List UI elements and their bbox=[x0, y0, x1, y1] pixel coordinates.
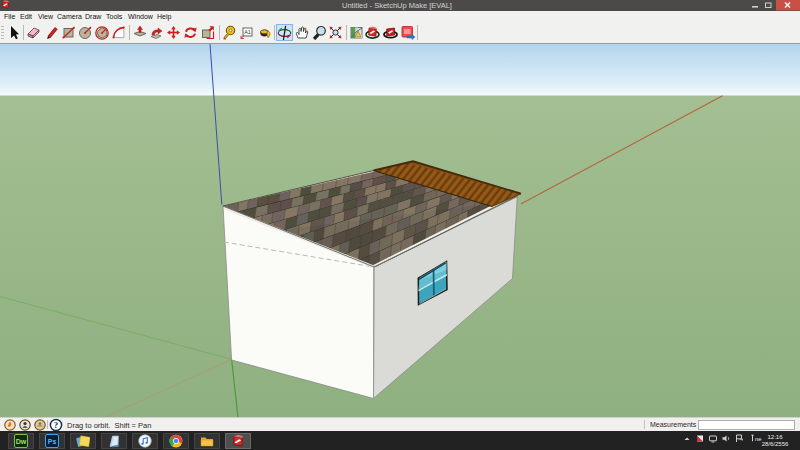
svg-text:?: ? bbox=[54, 420, 59, 430]
svg-text:A1: A1 bbox=[244, 29, 251, 35]
svg-text:Untitled - SketchUp Make [EVAL: Untitled - SketchUp Make [EVAL] bbox=[342, 1, 452, 10]
